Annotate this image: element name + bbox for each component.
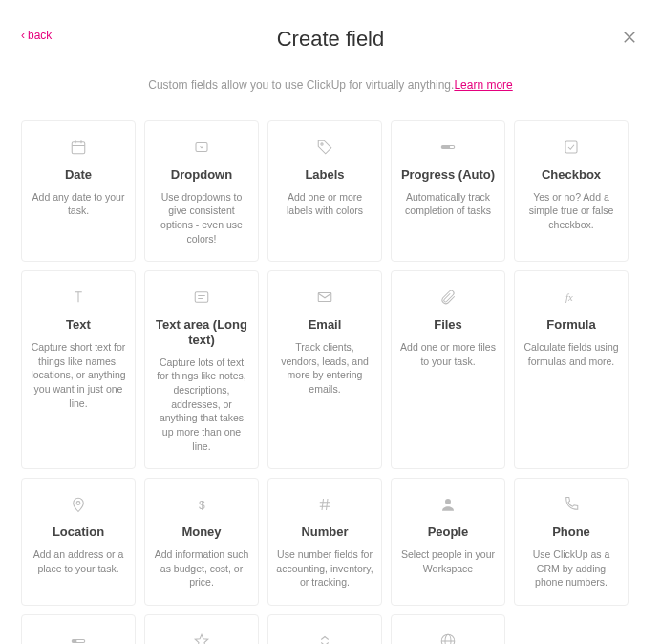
field-card-title: Formula: [546, 317, 595, 333]
chevron-left-icon: ‹: [21, 29, 25, 42]
field-card-files[interactable]: FilesAdd one or more files to your task.: [391, 270, 505, 469]
field-card-desc: Use ClickUp as a CRM by adding phone num…: [522, 547, 620, 590]
field-card-desc: Add an address or a place to your task.: [30, 547, 127, 575]
field-card-title: Location: [53, 525, 104, 540]
field-card-checkbox[interactable]: CheckboxYes or no? Add a simple true or …: [514, 120, 629, 262]
star-icon: [193, 629, 210, 644]
field-card-rating[interactable]: RatingUse emojis to rate or rank: [144, 614, 259, 644]
field-card-location[interactable]: LocationAdd an address or a place to you…: [21, 478, 136, 606]
field-card-desc: Track clients, vendors, leads, and more …: [276, 340, 373, 397]
field-card-title: Files: [434, 317, 462, 333]
field-card-tasks[interactable]: TasksLink to other ClickUp Tasks: [267, 614, 382, 644]
field-card-title: Dropdown: [171, 167, 232, 182]
field-card-title: Checkbox: [542, 167, 601, 182]
location-icon: [70, 492, 87, 517]
globe-icon: [439, 629, 457, 644]
field-card-formula[interactable]: FormulaCalculate fields using formulas a…: [514, 270, 629, 469]
progress-bar-icon: [70, 629, 87, 644]
field-card-title: People: [428, 525, 469, 540]
field-card-desc: Use number fields for accounting, invent…: [276, 547, 373, 590]
field-card-progress-auto[interactable]: Progress (Auto)Automatically track compl…: [391, 120, 505, 262]
close-icon: [621, 32, 638, 49]
hash-icon: [316, 492, 333, 517]
field-card-title: Phone: [552, 525, 590, 540]
field-card-desc: Use dropdowns to give consistent options…: [153, 190, 250, 247]
field-card-desc: Calculate fields using formulas and more…: [522, 340, 620, 368]
attachment-icon: [439, 285, 457, 310]
field-card-money[interactable]: MoneyAdd information such as budget, cos…: [144, 478, 259, 606]
field-card-labels[interactable]: LabelsAdd one or more labels with colors: [267, 120, 382, 262]
field-card-date[interactable]: DateAdd any date to your task.: [21, 120, 136, 262]
mail-icon: [316, 285, 333, 310]
checkbox-icon: [563, 135, 580, 160]
text-icon: [70, 285, 87, 310]
field-card-text[interactable]: TextCapture short text for things like n…: [21, 270, 136, 469]
field-type-grid: DateAdd any date to your task.DropdownUs…: [0, 92, 661, 644]
person-icon: [439, 492, 457, 517]
formula-icon: [563, 285, 580, 310]
calendar-icon: [70, 135, 87, 160]
field-card-title: Email: [309, 317, 342, 333]
learn-more-link[interactable]: Learn more: [454, 78, 512, 92]
field-card-website[interactable]: WebsiteAdd websites that are associated …: [391, 614, 505, 644]
progress-icon: [439, 135, 457, 160]
back-button[interactable]: ‹ back: [21, 29, 52, 42]
field-card-progress-manual[interactable]: Progress (Manual)Manually track progress…: [21, 614, 136, 644]
field-card-title: Text area (Long text): [153, 317, 250, 347]
field-card-title: Progress (Auto): [401, 167, 495, 182]
field-card-phone[interactable]: PhoneUse ClickUp as a CRM by adding phon…: [514, 478, 629, 606]
field-card-desc: Yes or no? Add a simple true or false ch…: [522, 190, 620, 232]
field-card-desc: Add one or more labels with colors: [276, 190, 373, 218]
money-icon: [193, 492, 210, 517]
field-card-desc: Automatically track completion of tasks: [399, 190, 497, 218]
field-card-desc: Capture short text for things like names…: [30, 340, 127, 410]
modal-title: Create field: [0, 27, 661, 52]
tag-icon: [316, 135, 333, 160]
field-card-email[interactable]: EmailTrack clients, vendors, leads, and …: [267, 270, 382, 469]
field-card-title: Number: [301, 525, 348, 540]
back-label: back: [28, 29, 52, 42]
modal-subtitle: Custom fields allow you to use ClickUp f…: [0, 78, 661, 92]
field-card-text-area[interactable]: Text area (Long text)Capture lots of tex…: [144, 270, 259, 469]
field-card-desc: Add information such as budget, cost, or…: [153, 547, 250, 590]
field-card-desc: Add any date to your task.: [30, 190, 127, 218]
field-card-title: Text: [66, 317, 91, 333]
modal-header: ‹ back Create field Custom fields allow …: [0, 0, 661, 92]
field-card-desc: Add one or more files to your task.: [399, 340, 497, 368]
phone-icon: [563, 492, 580, 517]
close-button[interactable]: [621, 29, 638, 50]
tasks-icon: [316, 629, 333, 644]
field-card-people[interactable]: PeopleSelect people in your Workspace: [391, 478, 505, 606]
dropdown-icon: [193, 135, 210, 160]
field-card-title: Money: [181, 525, 221, 540]
textarea-icon: [193, 285, 210, 310]
field-card-dropdown[interactable]: DropdownUse dropdowns to give consistent…: [144, 120, 259, 262]
field-card-title: Labels: [305, 167, 344, 182]
field-card-title: Date: [65, 167, 92, 182]
field-card-desc: Select people in your Workspace: [399, 547, 497, 575]
field-card-number[interactable]: NumberUse number fields for accounting, …: [267, 478, 382, 606]
field-card-desc: Capture lots of text for things like not…: [153, 355, 250, 454]
subtitle-text: Custom fields allow you to use ClickUp f…: [148, 78, 454, 92]
